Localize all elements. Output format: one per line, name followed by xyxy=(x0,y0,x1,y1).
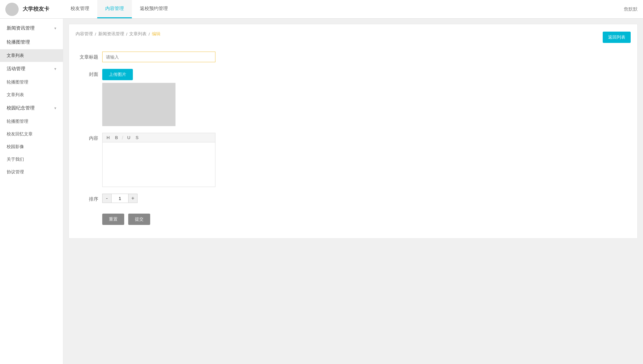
breadcrumb: 内容管理 / 新闻资讯管理 / 文章列表 / 编辑 xyxy=(76,31,161,37)
breadcrumb-current: 编辑 xyxy=(152,31,161,37)
breadcrumb-article-list[interactable]: 文章列表 xyxy=(129,31,147,37)
sidebar-item-banner3[interactable]: 轮播图管理 xyxy=(0,115,63,128)
content-textarea[interactable] xyxy=(103,142,215,186)
sidebar-group-news[interactable]: 新闻资讯管理 ▾ xyxy=(0,21,63,35)
nav-item-xiaoyu[interactable]: 校友管理 xyxy=(63,0,97,18)
editor-toolbar: H B / U S xyxy=(103,133,215,142)
sidebar-item-agreement-label: 协议管理 xyxy=(7,169,24,174)
title-input[interactable] xyxy=(102,52,215,62)
sidebar-item-banner2-label: 轮播图管理 xyxy=(7,80,28,85)
sort-label: 排序 xyxy=(76,194,102,204)
sidebar-item-article-list2-label: 文章列表 xyxy=(7,92,24,97)
chevron-down-icon-2: ▾ xyxy=(54,67,56,71)
title-field-wrapper xyxy=(102,52,215,62)
sidebar-item-campus-image[interactable]: 校园影像 xyxy=(0,140,63,153)
sidebar-item-agreement[interactable]: 协议管理 xyxy=(0,166,63,178)
user-name[interactable]: 詹默默 xyxy=(624,6,638,12)
content-panel: 内容管理 / 新闻资讯管理 / 文章列表 / 编辑 返回列表 文章标题 xyxy=(69,24,638,239)
sort-minus-button[interactable]: - xyxy=(102,194,112,203)
sidebar-item-about-us-label: 关于我们 xyxy=(7,157,24,162)
editor-btn-s[interactable]: S xyxy=(134,134,140,141)
sort-plus-button[interactable]: + xyxy=(128,194,138,203)
content-label: 内容 xyxy=(76,133,102,143)
editor-sep: / xyxy=(122,135,123,140)
sidebar-item-memory-article-label: 校友回忆文章 xyxy=(7,131,33,136)
breadcrumb-sep-3: / xyxy=(149,32,150,37)
form-row-actions: 重置 提交 xyxy=(76,211,631,225)
form-row-title: 文章标题 xyxy=(76,52,631,62)
sort-input[interactable] xyxy=(112,194,128,203)
sidebar-item-article-list-label: 文章列表 xyxy=(7,53,24,58)
sidebar-group-news-label: 新闻资讯管理 xyxy=(7,25,35,31)
chevron-down-icon: ▾ xyxy=(54,26,56,31)
sort-control: - + xyxy=(102,194,138,203)
return-list-button[interactable]: 返回列表 xyxy=(603,32,631,43)
sidebar-item-about-us[interactable]: 关于我们 xyxy=(0,153,63,166)
sidebar-item-campus-image-label: 校园影像 xyxy=(7,144,24,149)
avatar xyxy=(5,3,19,16)
editor-wrapper: H B / U S xyxy=(102,133,215,187)
editor-btn-b[interactable]: B xyxy=(114,134,119,141)
layout: 新闻资讯管理 ▾ 轮播图管理 文章列表 活动管理 ▾ 轮播图管理 文章列表 校园… xyxy=(0,19,643,364)
header: 大学校友卡 校友管理 内容管理 返校预约管理 詹默默 xyxy=(0,0,643,19)
sidebar-item-article-list[interactable]: 文章列表 xyxy=(0,49,63,62)
cover-label: 封面 xyxy=(76,69,102,80)
nav-item-return-school[interactable]: 返校预约管理 xyxy=(132,0,176,18)
breadcrumb-sep-2: / xyxy=(126,32,128,37)
image-preview xyxy=(102,83,175,126)
sidebar-item-banner1-label: 轮播图管理 xyxy=(7,39,30,45)
sidebar: 新闻资讯管理 ▾ 轮播图管理 文章列表 活动管理 ▾ 轮播图管理 文章列表 校园… xyxy=(0,19,63,364)
form-row-cover: 封面 上传图片 xyxy=(76,69,631,126)
chevron-down-icon-3: ▾ xyxy=(54,106,56,110)
app-title: 大学校友卡 xyxy=(23,6,49,13)
sidebar-group-activity-label: 活动管理 xyxy=(7,66,25,72)
sidebar-item-memory-article[interactable]: 校友回忆文章 xyxy=(0,128,63,140)
sidebar-group-activity[interactable]: 活动管理 ▾ xyxy=(0,62,63,76)
reset-button[interactable]: 重置 xyxy=(102,214,124,225)
cover-field-wrapper: 上传图片 xyxy=(102,69,175,126)
sidebar-group-memorial-label: 校园纪念管理 xyxy=(7,105,35,111)
breadcrumb-news-mgmt[interactable]: 新闻资讯管理 xyxy=(98,31,124,37)
sidebar-item-banner2[interactable]: 轮播图管理 xyxy=(0,76,63,89)
breadcrumb-sep-1: / xyxy=(95,32,96,37)
upload-button[interactable]: 上传图片 xyxy=(102,69,133,80)
form-row-sort: 排序 - + xyxy=(76,194,631,204)
editor-btn-u[interactable]: U xyxy=(126,134,132,141)
editor-btn-h[interactable]: H xyxy=(105,134,111,141)
main-content: 内容管理 / 新闻资讯管理 / 文章列表 / 编辑 返回列表 文章标题 xyxy=(63,19,643,364)
submit-button[interactable]: 提交 xyxy=(128,214,150,225)
nav-item-content[interactable]: 内容管理 xyxy=(97,0,132,18)
sidebar-group-memorial[interactable]: 校园纪念管理 ▾ xyxy=(0,101,63,115)
sidebar-item-article-list2[interactable]: 文章列表 xyxy=(0,89,63,101)
breadcrumb-content-mgmt[interactable]: 内容管理 xyxy=(76,31,93,37)
panel-header: 内容管理 / 新闻资讯管理 / 文章列表 / 编辑 返回列表 xyxy=(76,31,631,44)
sidebar-item-banner1[interactable]: 轮播图管理 xyxy=(0,35,63,49)
sidebar-item-banner3-label: 轮播图管理 xyxy=(7,119,28,124)
action-buttons: 重置 提交 xyxy=(102,214,150,225)
form-row-content: 内容 H B / U S xyxy=(76,133,631,187)
title-label: 文章标题 xyxy=(76,52,102,62)
header-nav: 校友管理 内容管理 返校预约管理 xyxy=(63,0,176,18)
